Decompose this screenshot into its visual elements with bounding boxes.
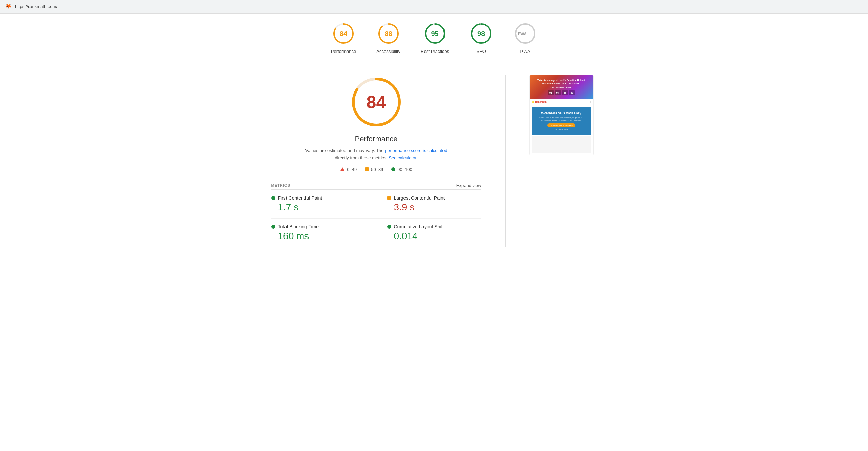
- screenshot-header: ⭐ RankMath ≡: [532, 101, 591, 105]
- screenshot-body: ⭐ RankMath ≡ WordPress SEO Made Easy Ran…: [530, 99, 593, 155]
- score-circle-performance: 84: [332, 22, 355, 45]
- timer-block: 07: [555, 90, 561, 95]
- metric-item-fcp: First Contentful Paint 1.7 s: [271, 190, 376, 219]
- browser-url: https://rankmath.com/: [15, 4, 57, 9]
- svg-point-3: [379, 24, 398, 43]
- desc-text-2: directly from these metrics.: [335, 155, 389, 160]
- legend-item-mid: 50–89: [365, 167, 383, 172]
- score-ring-pwa: [513, 22, 537, 45]
- svg-point-5: [426, 24, 445, 43]
- score-item-performance[interactable]: 84 Performance: [331, 22, 356, 54]
- legend-triangle-icon: [340, 167, 345, 171]
- screenshot-footer: [532, 136, 591, 153]
- score-item-accessibility[interactable]: 88 Accessibility: [376, 22, 400, 54]
- metric-header-tbt: Total Blocking Time: [271, 224, 365, 229]
- vertical-divider: [505, 75, 506, 247]
- metrics-section: METRICS Expand view First Contentful Pai…: [271, 183, 481, 247]
- metric-name-fcp: First Contentful Paint: [278, 195, 322, 201]
- timer-block: 01: [548, 90, 554, 95]
- screenshot-header-lines: ≡: [590, 101, 591, 103]
- score-circle-seo: 98: [469, 22, 493, 45]
- site-screenshot: Take Advantage of the 2x Benefits! Unloc…: [529, 75, 594, 155]
- big-score-title: Performance: [355, 135, 398, 143]
- desc-text-1: Values are estimated and may vary. The: [305, 148, 385, 153]
- big-score-number: 84: [367, 92, 386, 112]
- left-panel: 84 Performance Values are estimated and …: [271, 75, 481, 247]
- score-label-seo: SEO: [476, 49, 486, 54]
- legend: 0–49 50–89 90–100: [271, 167, 481, 172]
- performance-score-link[interactable]: performance score is calculated: [385, 148, 447, 153]
- score-description: Values are estimated and may vary. The p…: [305, 147, 448, 162]
- timer-block: 45: [562, 90, 568, 95]
- calculator-link[interactable]: See calculator.: [389, 155, 417, 160]
- metric-item-cls: Cumulative Layout Shift 0.014: [376, 219, 481, 247]
- metrics-title: METRICS: [271, 183, 291, 187]
- browser-bar: 🦊 https://rankmath.com/: [0, 0, 868, 14]
- score-ring-performance: [332, 22, 355, 45]
- score-circle-best-practices: 95: [423, 22, 447, 45]
- metric-header-lcp: Largest Contentful Paint: [387, 195, 476, 201]
- legend-dot-icon: [391, 167, 395, 171]
- big-circle: 84: [349, 75, 403, 129]
- metric-item-tbt: Total Blocking Time 160 ms: [271, 219, 376, 247]
- legend-range-mid: 50–89: [371, 167, 383, 172]
- screenshot-timer: 01074550: [532, 90, 591, 95]
- legend-item-low: 0–49: [340, 167, 357, 172]
- score-label-pwa: PWA: [520, 49, 530, 54]
- score-ring-seo: [469, 22, 493, 45]
- metric-header-cls: Cumulative Layout Shift: [387, 224, 476, 229]
- hero-demo-link: Try Demo Here: [534, 128, 589, 130]
- score-label-performance: Performance: [331, 49, 356, 54]
- metric-item-lcp: Largest Contentful Paint 3.9 s: [376, 190, 481, 219]
- score-label-best-practices: Best Practices: [421, 49, 449, 54]
- main-content: 84 Performance Values are estimated and …: [0, 61, 868, 261]
- hero-btn: DOWNLOAD FOR FREE: [547, 123, 575, 127]
- svg-point-9: [516, 24, 535, 43]
- screenshot-banner: Take Advantage of the 2x Benefits! Unloc…: [530, 75, 593, 99]
- metrics-header: METRICS Expand view: [271, 183, 481, 188]
- offer-label: LIMITED TIME OFFER!: [532, 86, 591, 89]
- score-bar: 84 Performance 88 Accessibility 95 Best …: [0, 14, 868, 61]
- metric-dot-lcp: [387, 196, 391, 200]
- score-circle-pwa: PWA —: [513, 22, 537, 45]
- score-item-best-practices[interactable]: 95 Best Practices: [421, 22, 449, 54]
- right-panel: Take Advantage of the 2x Benefits! Unloc…: [529, 75, 597, 247]
- metrics-grid: First Contentful Paint 1.7 s Largest Con…: [271, 190, 481, 247]
- favicon-icon: 🦊: [5, 3, 12, 10]
- legend-range-low: 0–49: [347, 167, 357, 172]
- metric-name-tbt: Total Blocking Time: [278, 224, 319, 229]
- metric-value-fcp: 1.7 s: [271, 202, 365, 213]
- score-circle-accessibility: 88: [377, 22, 400, 45]
- metric-name-cls: Cumulative Layout Shift: [394, 224, 444, 229]
- screenshot-hero: WordPress SEO Made Easy Rank Math is the…: [532, 107, 591, 135]
- legend-square-icon: [365, 167, 369, 171]
- svg-point-7: [472, 24, 491, 43]
- score-ring-best-practices: [423, 22, 447, 45]
- legend-range-high: 90–100: [397, 167, 412, 172]
- hero-sub: Rank Math is the most powerful way to ge…: [534, 117, 589, 122]
- expand-view-button[interactable]: Expand view: [456, 183, 481, 188]
- banner-text: Take Advantage of the 2x Benefits! Unloc…: [532, 79, 591, 85]
- metric-value-lcp: 3.9 s: [387, 202, 476, 213]
- metric-header-fcp: First Contentful Paint: [271, 195, 365, 201]
- score-item-seo[interactable]: 98 SEO: [469, 22, 493, 54]
- hero-title: WordPress SEO Made Easy: [534, 111, 589, 116]
- score-label-accessibility: Accessibility: [376, 49, 400, 54]
- big-score-wrap: 84 Performance Values are estimated and …: [271, 75, 481, 162]
- timer-block: 50: [569, 90, 575, 95]
- metric-dot-tbt: [271, 225, 275, 229]
- metric-dot-cls: [387, 225, 391, 229]
- metric-value-tbt: 160 ms: [271, 231, 365, 242]
- rm-logo: ⭐ RankMath: [532, 101, 547, 103]
- score-ring-accessibility: [377, 22, 400, 45]
- metric-dot-fcp: [271, 196, 275, 200]
- score-item-pwa[interactable]: PWA — PWA: [513, 22, 537, 54]
- metric-name-lcp: Largest Contentful Paint: [394, 195, 445, 201]
- metric-value-cls: 0.014: [387, 231, 476, 242]
- legend-item-high: 90–100: [391, 167, 412, 172]
